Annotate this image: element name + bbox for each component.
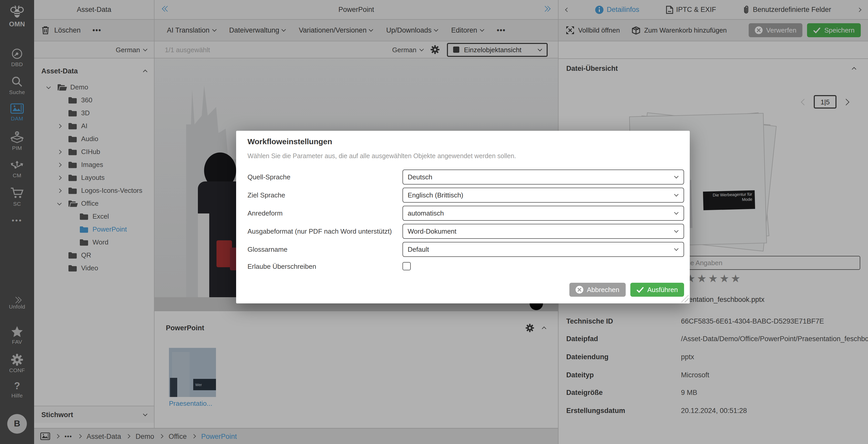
- ausgabeformat-select[interactable]: Word-Dokument: [402, 224, 684, 239]
- check-icon: [636, 287, 644, 293]
- select-value: Englisch (Brittisch): [408, 191, 463, 199]
- select-value: Deutsch: [408, 173, 432, 181]
- field-label-glossarname: Glossarname: [247, 242, 287, 257]
- select-value: Default: [408, 245, 429, 253]
- chevron-down-icon: [674, 174, 679, 179]
- chevron-down-icon: [674, 192, 679, 197]
- workflow-settings-dialog: Workfloweinstellungen Wählen Sie die Par…: [236, 131, 690, 303]
- confirm-label: Ausführen: [647, 286, 678, 294]
- glossarname-select[interactable]: Default: [402, 242, 684, 257]
- confirm-button[interactable]: Ausführen: [630, 283, 684, 297]
- dialog-buttons: Abbrechen Ausführen: [569, 283, 684, 297]
- chevron-down-icon: [674, 210, 679, 215]
- dialog-title: Workfloweinstellungen: [247, 137, 332, 146]
- field-label-quell-sprache: Quell-Sprache: [247, 170, 290, 184]
- select-value: Word-Dokument: [408, 228, 457, 235]
- chevron-down-icon: [674, 246, 679, 251]
- erlaube-ueberschreiben-checkbox[interactable]: [402, 262, 411, 270]
- app-root: OMN DBD Suche: [0, 0, 868, 444]
- anredeform-select[interactable]: automatisch: [402, 206, 684, 221]
- cancel-label: Abbrechen: [587, 286, 619, 294]
- field-label-erlaube-ueberschreiben: Erlaube Überschreiben: [247, 259, 316, 274]
- select-value: automatisch: [408, 209, 444, 217]
- field-label-ausgabeformat: Ausgabeformat (nur PDF nach Word unterst…: [247, 224, 392, 239]
- field-label-anredeform: Anredeform: [247, 206, 283, 221]
- cancel-button[interactable]: Abbrechen: [569, 283, 626, 297]
- chevron-down-icon: [674, 229, 679, 233]
- quell-sprache-select[interactable]: Deutsch: [402, 170, 684, 184]
- ziel-sprache-select[interactable]: Englisch (Brittisch): [402, 188, 684, 203]
- field-label-ziel-sprache: Ziel Sprache: [247, 188, 285, 203]
- dialog-subtitle: Wählen Sie die Parameter aus, die auf al…: [247, 152, 516, 160]
- x-circle-icon: [576, 286, 583, 294]
